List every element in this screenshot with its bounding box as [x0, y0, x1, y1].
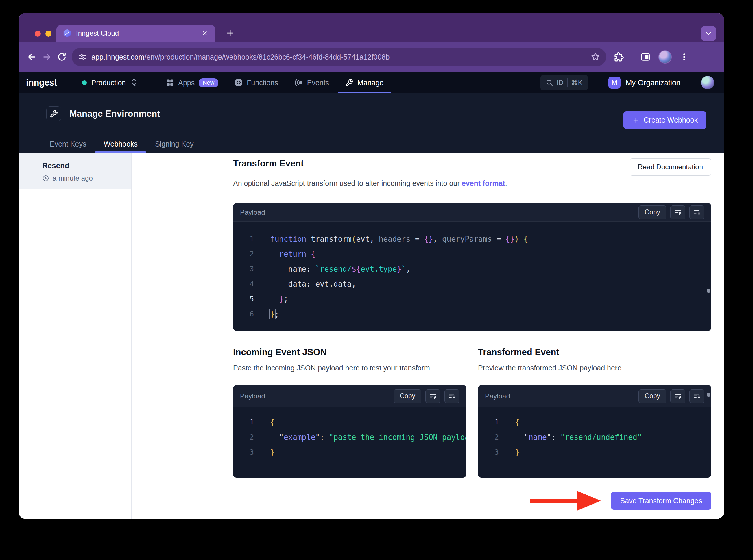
code-lines[interactable]: 1{2 "example": "paste the incoming JSON … — [233, 407, 466, 460]
nav-item-events[interactable]: Events — [286, 72, 337, 93]
site-settings-icon[interactable] — [78, 53, 87, 61]
search-shortcut[interactable]: ID ⌘K — [540, 75, 588, 91]
new-badge: New — [199, 78, 218, 87]
search-icon — [546, 79, 553, 86]
editor-header: Payload Copy — [478, 385, 711, 407]
new-tab-button[interactable] — [225, 27, 236, 39]
create-webhook-button[interactable]: Create Webhook — [623, 111, 707, 129]
url-bar[interactable]: app.inngest.com/env/production/manage/we… — [72, 48, 606, 66]
events-stream-icon — [294, 79, 303, 87]
align-down-icon — [693, 208, 701, 216]
sidebar-item-resend[interactable]: Resend a minute ago — [19, 153, 131, 189]
environment-selector[interactable]: Production — [70, 72, 150, 93]
extensions-icon[interactable] — [614, 52, 624, 62]
incoming-description: Paste the incoming JSON payload here to … — [233, 364, 466, 372]
browser-menu-kebab-icon[interactable] — [679, 52, 689, 62]
environment-name: Production — [91, 79, 126, 87]
incoming-json-editor[interactable]: Payload Copy 1{2 "example": "paste the i… — [233, 385, 466, 478]
code-lines[interactable]: 1function transform(evt, headers = {}, q… — [233, 222, 711, 322]
format-code-button[interactable] — [689, 205, 704, 219]
toolbar-divider — [632, 52, 632, 62]
page-title: Manage Environment — [70, 109, 160, 119]
transform-description: An optional JavaScript transform used to… — [233, 179, 711, 187]
editor-scrollbar[interactable] — [706, 385, 711, 478]
webhook-name: Resend — [42, 161, 131, 170]
manage-environment-header: Manage Environment Create Webhook Event … — [19, 93, 724, 153]
word-wrap-icon — [674, 392, 682, 400]
transform-code-editor[interactable]: Payload Copy 1function transform(evt, he… — [233, 203, 711, 331]
nav-item-label: Functions — [247, 79, 278, 87]
bookmark-star-icon[interactable] — [591, 52, 600, 62]
word-wrap-icon — [429, 392, 437, 400]
format-code-button[interactable] — [689, 389, 704, 403]
read-documentation-button[interactable]: Read Documentation — [630, 158, 711, 176]
functions-code-icon — [234, 79, 243, 87]
browser-tab[interactable]: Inngest Cloud — [56, 25, 215, 42]
annotation-arrow — [530, 490, 604, 512]
format-code-button[interactable] — [444, 389, 460, 403]
org-initial-badge: M — [609, 77, 621, 89]
tab-search-chevron-button[interactable] — [701, 26, 716, 41]
tab-signing-key[interactable]: Signing Key — [146, 135, 202, 153]
align-down-icon — [693, 392, 701, 400]
transformed-description: Preview the transformed JSON payload her… — [478, 364, 711, 372]
editor-scrollbar[interactable] — [461, 385, 466, 478]
nav-item-manage[interactable]: Manage — [337, 72, 391, 93]
word-wrap-button[interactable] — [425, 389, 440, 403]
forward-button[interactable] — [40, 51, 53, 63]
transformed-json-editor[interactable]: Payload Copy 1{2 "name": "resend/undefin… — [478, 385, 711, 478]
editor-header: Payload Copy — [233, 385, 466, 407]
section-title-transformed: Transformed Event — [478, 347, 711, 357]
environment-tabs: Event Keys Webhooks Signing Key — [41, 135, 202, 153]
content-area: Resend a minute ago Transform Event Read… — [19, 153, 724, 519]
minimize-window-button[interactable] — [45, 31, 52, 37]
app-top-nav: inngest Production Apps New Functions Ev… — [19, 72, 724, 93]
close-window-button[interactable] — [35, 31, 41, 37]
plus-icon — [632, 117, 640, 124]
event-format-link[interactable]: event format — [462, 179, 505, 187]
clock-icon — [42, 175, 49, 182]
reload-button[interactable] — [56, 51, 68, 63]
nav-item-label: Apps — [178, 79, 195, 87]
webhooks-sidebar: Resend a minute ago — [19, 153, 132, 519]
scrollbar-thumb[interactable] — [707, 393, 710, 397]
editor-scrollbar[interactable] — [706, 203, 711, 331]
side-panel-icon[interactable] — [640, 52, 651, 62]
tab-close-icon[interactable] — [200, 29, 209, 38]
copy-button[interactable]: Copy — [638, 205, 666, 219]
tab-webhooks[interactable]: Webhooks — [95, 135, 146, 153]
save-transform-changes-button[interactable]: Save Transform Changes — [611, 492, 711, 510]
code-lines[interactable]: 1{2 "name": "resend/undefined"3} — [478, 407, 711, 460]
section-title-transform-event: Transform Event — [233, 158, 304, 169]
payload-label: Payload — [240, 392, 389, 400]
tab-event-keys[interactable]: Event Keys — [41, 135, 95, 153]
scrollbar-thumb[interactable] — [707, 289, 710, 293]
word-wrap-button[interactable] — [670, 205, 686, 219]
user-avatar[interactable] — [701, 76, 714, 89]
apps-grid-icon — [166, 79, 174, 87]
nav-item-functions[interactable]: Functions — [227, 72, 286, 93]
org-switcher[interactable]: M My Organization — [598, 72, 691, 93]
payload-label: Payload — [240, 208, 634, 216]
environment-status-dot — [82, 80, 87, 85]
nav-item-label: Events — [307, 79, 329, 87]
search-shortcut-keys: ⌘K — [571, 79, 583, 87]
back-button[interactable] — [25, 51, 38, 63]
screenshot-stage: Inngest Cloud — [0, 0, 753, 560]
inngest-logo[interactable]: inngest — [19, 72, 69, 93]
browser-profile-avatar[interactable] — [658, 50, 672, 64]
nav-divider — [150, 72, 150, 93]
tab-title: Inngest Cloud — [76, 29, 196, 37]
wrench-icon — [345, 79, 353, 87]
search-divider — [567, 78, 568, 87]
copy-button[interactable]: Copy — [393, 389, 421, 403]
nav-item-apps[interactable]: Apps New — [158, 72, 227, 93]
browser-toolbar: app.inngest.com/env/production/manage/we… — [19, 42, 724, 72]
copy-button[interactable]: Copy — [638, 389, 666, 403]
editor-header: Payload Copy — [233, 203, 711, 222]
align-down-icon — [448, 392, 456, 400]
word-wrap-button[interactable] — [670, 389, 686, 403]
word-wrap-icon — [674, 208, 682, 216]
chevron-up-down-icon — [130, 79, 137, 87]
browser-window: Inngest Cloud — [19, 13, 724, 519]
